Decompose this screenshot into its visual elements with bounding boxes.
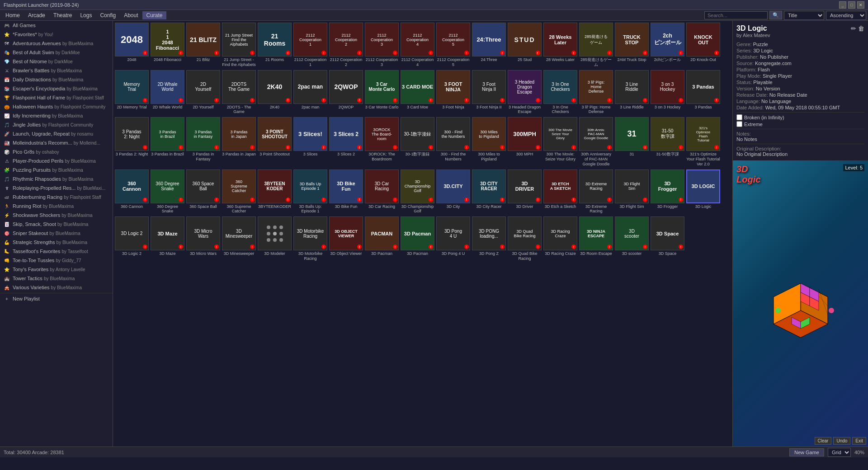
game-tile[interactable]: 3D Pacman! 3D Pacman bbox=[401, 216, 434, 262]
game-tile[interactable]: 300 Milesto Pigsland! 300 Miles to Pigsl… bbox=[472, 117, 506, 167]
game-tile[interactable]: 3DFrogger! 3D Frogger bbox=[651, 169, 684, 215]
sidebar-item-daily[interactable]: 📅 Daily Distractions by BlueMaxima bbox=[0, 75, 113, 84]
game-tile[interactable]: TRUCKSTOP! 2AM Truck Stop bbox=[615, 23, 649, 68]
game-tile[interactable]: 112048Fibonacci! 2048 Fibonacci bbox=[151, 23, 184, 68]
game-tile[interactable]: 3 LineRiddle! 3 Line Riddle bbox=[615, 70, 649, 116]
game-tile[interactable]: 3 lil' Pigs:HomeDefense! 3 lil' Pigs: Ho… bbox=[579, 70, 613, 116]
game-tile[interactable]: 2112Cooperation1! 2112 Cooperation 1 bbox=[293, 23, 327, 68]
game-tile[interactable]: 3 CarMonte Carlo! 3 Car Monte Carlo bbox=[365, 70, 399, 116]
game-tile[interactable]: 2chピンボール! 2chピンボール bbox=[651, 23, 684, 68]
game-tile[interactable]: 3 Slices 2! 3 Slices 2 bbox=[329, 117, 363, 167]
sidebar-item-nitrome[interactable]: 💎 Best of Nitrome by DarkMoe bbox=[0, 57, 113, 66]
game-tile[interactable]: 285発進けるゲーム! 285発進けるゲーム bbox=[579, 23, 613, 68]
game-tile[interactable]: 2DYourself! 2D Yourself bbox=[186, 70, 220, 116]
game-tile[interactable]: 2DOTSThe Game! 2DOTS - The Game bbox=[222, 70, 256, 116]
game-tile[interactable]: 24:Three! 24:Three bbox=[472, 23, 506, 68]
game-tile[interactable]: 30th Anniv.PAC-MANGoogle Doodle! 30th An… bbox=[579, 117, 613, 167]
game-tile[interactable]: 300 - Findthe Numbers! 300 - Find the Nu… bbox=[436, 117, 470, 167]
preview-clear-button[interactable]: Clear bbox=[815, 437, 832, 445]
menu-home[interactable]: Home bbox=[2, 11, 24, 19]
sidebar-item-hall-of-fame[interactable]: 🏆 Flashpoint Hall of Fame by Flashpoint … bbox=[0, 93, 113, 102]
game-tile[interactable]: 3 on 3Hockey! 3 on 3 Hockey bbox=[651, 70, 684, 116]
menu-curate[interactable]: Curate bbox=[142, 11, 166, 19]
game-tile[interactable]: 3D BikeFun! 3D Bike Fun bbox=[329, 169, 363, 215]
game-tile[interactable]: STUD! 25 Stud bbox=[508, 23, 542, 68]
sidebar-item-halloween[interactable]: 🎃 Halloween Haunts by Flashpoint Communi… bbox=[0, 102, 113, 111]
game-tile[interactable]: 3OROCKThe Board-room! 3OROCK: The Boardr… bbox=[365, 117, 399, 167]
close-button[interactable]: ✕ bbox=[857, 1, 864, 9]
sidebar-item-sniper[interactable]: 🎯 Sniper Stakeout by BlueMaxima bbox=[0, 229, 113, 238]
game-tile[interactable]: 21 BLITZ! 21 Blitz bbox=[186, 23, 220, 68]
menu-config[interactable]: Config bbox=[96, 11, 119, 19]
sidebar-item-tasselfoot[interactable]: 🦶 Tasselfoot's Favorites by Tasselfoot bbox=[0, 247, 113, 256]
game-tile[interactable]: 360 SpaceBall! 360 Space Ball bbox=[186, 169, 220, 215]
game-tile[interactable]: 3D Modeler bbox=[258, 216, 292, 262]
sidebar-item-rhythmic[interactable]: 🎵 Rhythmic Rhapsodies by BlueMaxima bbox=[0, 174, 113, 183]
menu-about[interactable]: About bbox=[120, 11, 142, 19]
extreme-checkbox[interactable] bbox=[736, 121, 742, 127]
game-tile[interactable]: MemoryTrial! 2D Memory Trial bbox=[115, 70, 149, 116]
game-tile[interactable]: 3D CarRacing! 3D Car Racing bbox=[365, 169, 399, 215]
game-tile[interactable]: 3D QuadBike Racing! 3D Quad Bike Racing bbox=[508, 216, 542, 262]
game-tile[interactable]: 3DChampionshipGolf! 3D Championship Golf bbox=[401, 169, 434, 215]
sidebar-item-various[interactable]: 🎪 Various Varieties by BlueMaxima bbox=[0, 283, 113, 292]
game-tile[interactable]: 3D ETCHA SKETCH! 3D Etch a Sketch bbox=[543, 169, 577, 215]
sidebar-item-brawler[interactable]: ⚔ Brawler's Battles by BlueMaxima bbox=[0, 66, 113, 75]
game-tile[interactable]: 2112Cooperation2! 2112 Cooperation 2 bbox=[329, 23, 363, 68]
game-tile[interactable]: 2112Cooperation5! 2112 Cooperation 5 bbox=[436, 23, 470, 68]
game-tile[interactable]: 31! 31 bbox=[615, 117, 649, 167]
game-tile[interactable]: 21Rooms! 21 Rooms bbox=[258, 23, 292, 68]
view-select[interactable]: Grid List bbox=[828, 448, 851, 457]
game-tile[interactable]: 3 Pandasin Fantasy! 3 Pandas in Fantasy bbox=[186, 117, 220, 167]
game-tile[interactable]: 360Cannon! 360 Cannon bbox=[115, 169, 149, 215]
game-tile[interactable]: 3D NINJAESCAPE! 3D Room Escape bbox=[579, 216, 613, 262]
maximize-button[interactable]: □ bbox=[848, 1, 855, 9]
sidebar-item-roleplaying[interactable]: 🗡 Roleplaying-Propelled Res... by BlueMa… bbox=[0, 183, 113, 193]
preview-exit-button[interactable]: Exit bbox=[852, 437, 866, 445]
delete-button[interactable]: 🗑 bbox=[858, 25, 864, 32]
sidebar-item-player[interactable]: ⚠ Player-Produced Perils by BlueMaxima bbox=[0, 156, 113, 165]
menu-theatre[interactable]: Theatre bbox=[50, 11, 75, 19]
game-tile[interactable]: 3D.CITY! 3D City bbox=[436, 169, 470, 215]
game-tile[interactable]: 3DDRIVER! 3D Driver bbox=[508, 169, 542, 215]
search-input[interactable] bbox=[704, 11, 768, 19]
sidebar-item-all-games[interactable]: 🎮 All Games bbox=[0, 21, 113, 30]
game-tile[interactable]: 3BYTEENKODER! 3BYTEENKODER bbox=[258, 169, 292, 215]
game-tile[interactable]: 3 HeadedDragonEscape! 3 Headed Dragon Es… bbox=[508, 70, 542, 116]
game-tile[interactable]: 31-50数字課! 31-50数字課 bbox=[651, 117, 684, 167]
sidebar-item-rubberburning[interactable]: 🏎 Rubberburning Racing by Flashpoint Sta… bbox=[0, 193, 113, 202]
sidebar-item-escaper[interactable]: 📚 Escaper's Encyclopedia by BlueMaxima bbox=[0, 84, 113, 93]
sidebar-item-new-playlist[interactable]: + New Playlist bbox=[0, 294, 113, 303]
game-tile[interactable]: 3D Balls UpEpisode 1! 3D Balls Up: Episo… bbox=[293, 169, 327, 215]
game-tile[interactable]: 2QWOP! 2QWOP bbox=[329, 70, 363, 116]
sidebar-item-skip[interactable]: 🃏 Skip, Smack, Shoot by BlueMaxima bbox=[0, 220, 113, 229]
game-tile[interactable]: 3D ExtremeRacing! 3D Extreme Racing bbox=[579, 169, 613, 215]
game-tile[interactable]: 2048! 2048 bbox=[115, 23, 149, 68]
order-select[interactable]: Ascending Descending bbox=[826, 11, 866, 20]
new-game-button[interactable]: New Game bbox=[789, 448, 824, 456]
sidebar-item-strategic[interactable]: 💪 Strategic Strengths by BlueMaxima bbox=[0, 238, 113, 247]
game-tile[interactable]: 3 Pandasin Japan! 3 Pandas in Japan bbox=[222, 117, 256, 167]
sidebar-item-idly[interactable]: 📈 Idly Incrementing by BlueMaxima bbox=[0, 111, 113, 120]
game-tile[interactable]: 2112Cooperation3! 2112 Cooperation 3 bbox=[365, 23, 399, 68]
game-tile[interactable]: PACMAN! 3D Pacman bbox=[365, 216, 399, 262]
game-tile[interactable]: 3D PONGloading...! 3D Pong Z bbox=[472, 216, 506, 262]
game-tile[interactable]: 21 Jump StreetFind theAlphabets! 21 Jump… bbox=[222, 23, 256, 68]
game-tile[interactable]: 3D Pong4 U! 3D Pong 4 U bbox=[436, 216, 470, 262]
game-tile[interactable]: 3D Logic 2! 3D Logic 2 bbox=[115, 216, 149, 262]
game-tile[interactable]: KNOCKOUT! 2D Knock-Out bbox=[686, 23, 720, 68]
game-tile[interactable]: 3 Pandas! 3 Pandas bbox=[686, 70, 720, 116]
sidebar-item-toe[interactable]: 👊 Toe-to-Toe Tussles by Giddy_77 bbox=[0, 256, 113, 265]
game-tile[interactable]: 2112Cooperation4! 2112 Cooperation 4 bbox=[401, 23, 434, 68]
game-tile[interactable]: 30-1数字漫録! 30-1数字漫録 bbox=[401, 117, 434, 167]
minimize-button[interactable]: _ bbox=[839, 1, 846, 9]
menu-logs[interactable]: Logs bbox=[76, 11, 95, 19]
sidebar-item-favorites[interactable]: ⭐ *Favorites* by You! bbox=[0, 30, 113, 39]
game-tile[interactable]: 3 FOOTNINJA! 3 Foot Ninja bbox=[436, 70, 470, 116]
sidebar-item-puzzling[interactable]: 🧩 Puzzling Pursuits by BlueMaxima bbox=[0, 165, 113, 174]
game-tile[interactable]: 300 The MovieSeize YourGlory! 300 The Mo… bbox=[543, 117, 577, 167]
game-tile[interactable]: 3 Slices!! 3 Slices bbox=[293, 117, 327, 167]
game-tile[interactable]: 3 Pandasin Brazil! 3 Pandas in Brazil bbox=[151, 117, 184, 167]
game-tile[interactable]: 28 WeeksLater! 28 Weeks Later bbox=[543, 23, 577, 68]
search-button[interactable]: 🔍 bbox=[769, 11, 782, 19]
